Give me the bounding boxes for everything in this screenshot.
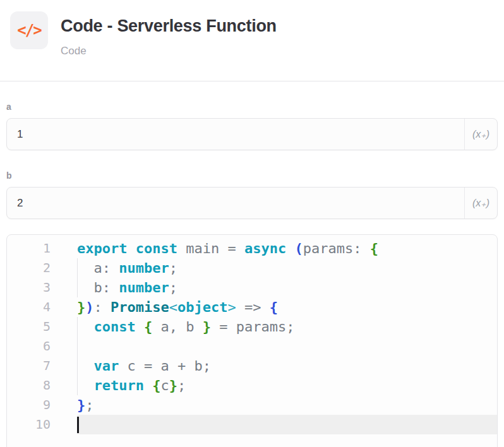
line-content: export const main = async (params: { [77,239,497,258]
code-line[interactable]: 2 a: number; [7,258,497,278]
line-number: 6 [7,337,77,356]
code-token: = params; [211,319,294,335]
code-token: const [136,241,177,256]
line-content: }): Promise<object> => { [77,297,497,317]
line-number: 5 [7,317,77,337]
code-token: } [77,397,85,413]
code-token: ; [85,397,93,413]
code-icon: </> [17,21,40,39]
header-divider [0,81,504,81]
code-line[interactable]: 6 [7,337,497,356]
code-line[interactable]: 8 return {c}; [7,376,497,395]
code-token: Promise [111,299,169,315]
code-token: async [244,241,286,256]
page-subtitle: Code [61,45,277,57]
insert-variable-button-a[interactable]: (x₊) [464,119,497,150]
fields-section: a (x₊) b (x₊) [0,102,504,219]
code-token: const [94,319,136,335]
code-token [136,319,144,335]
code-token [77,358,94,374]
line-number: 9 [7,395,77,415]
code-token: { [370,241,378,256]
line-number: 3 [7,278,77,297]
line-number: 2 [7,258,77,278]
code-line[interactable]: 7 var c = a + b; [7,356,497,376]
field-a-label: a [6,102,498,112]
text-cursor [77,417,79,433]
code-token: } [169,378,177,393]
code-token: number [119,280,169,295]
code-editor[interactable]: 1export const main = async (params: {2 a… [6,234,498,447]
code-line[interactable]: 9}; [7,395,497,415]
code-token: a, b [152,319,202,335]
code-token: } [77,299,85,315]
code-token [286,241,294,256]
header: </> Code - Serverless Function Code [0,0,504,81]
insert-variable-button-b[interactable]: (x₊) [464,188,497,218]
code-line[interactable]: 10 [7,415,497,434]
field-a: (x₊) [6,118,498,150]
header-text: Code - Serverless Function Code [61,11,277,57]
code-token: ( [294,241,303,256]
code-token [144,378,152,393]
line-content: a: number; [77,258,497,278]
line-content: }; [77,395,497,415]
code-token: { [270,299,278,315]
line-content [77,415,497,434]
line-content: return {c}; [77,376,497,395]
code-token: export [77,241,127,256]
code-token: ; [169,280,177,295]
code-token [127,241,135,256]
code-token: ) [85,299,93,315]
code-line[interactable]: 1export const main = async (params: { [7,239,497,258]
line-content: var c = a + b; [77,356,497,376]
code-token: b: [77,280,119,295]
field-b-label: b [6,170,498,181]
line-number: 4 [7,297,77,317]
code-token: ; [169,260,177,276]
code-token: number [119,260,169,276]
code-token: main = [177,241,244,256]
code-token: ; [177,378,186,393]
line-content: const { a, b } = params; [77,317,497,337]
code-line[interactable]: 4}): Promise<object> => { [7,297,497,317]
code-token: c [160,378,169,393]
code-line[interactable]: 5 const { a, b } = params; [7,317,497,337]
code-token: < [169,299,177,315]
code-token [77,319,94,335]
line-content [77,337,497,356]
code-token: var [94,358,119,374]
code-token [77,378,94,393]
line-number: 10 [7,415,77,434]
piece-logo: </> [10,11,48,49]
line-number: 1 [7,239,77,258]
code-token: : [94,299,111,315]
code-token: params: [303,241,370,256]
code-line[interactable]: 3 b: number; [7,278,497,297]
code-token: { [144,319,152,335]
line-number: 8 [7,376,77,395]
field-b: (x₊) [6,187,498,219]
line-number: 7 [7,356,77,376]
code-token: { [152,378,160,393]
code-token: a: [77,260,119,276]
code-token: object [177,299,227,315]
page-title: Code - Serverless Function [61,16,277,36]
code-token: c = a + b; [119,358,211,374]
code-token: return [94,378,144,393]
field-b-input[interactable] [7,188,464,218]
code-token: > [227,299,236,315]
line-content: b: number; [77,278,497,297]
code-token: => [236,299,270,315]
code-token: } [203,319,211,335]
field-a-input[interactable] [7,119,464,150]
